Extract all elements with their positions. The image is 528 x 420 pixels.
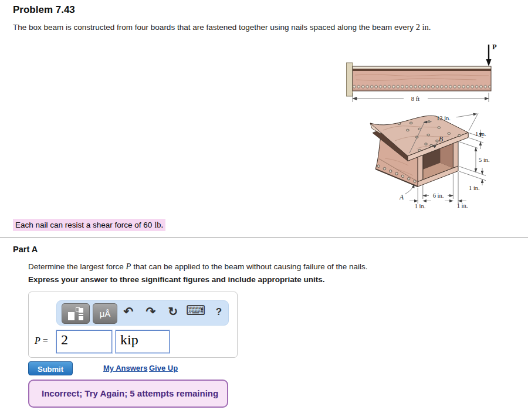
- part-a-heading: Part A: [13, 245, 38, 254]
- answer-equals: =: [40, 336, 48, 346]
- problem-statement-math: 2 in.: [416, 22, 431, 32]
- force-arrow: P: [486, 43, 497, 66]
- my-answers-link[interactable]: My Answers: [103, 364, 147, 372]
- templates-icon: [68, 307, 83, 320]
- problem-statement: The box beam is constructed from four bo…: [13, 22, 431, 32]
- problem-statement-text: The box beam is constructed from four bo…: [13, 23, 416, 32]
- force-label: P: [492, 43, 497, 51]
- answer-symbol: P: [35, 336, 40, 346]
- question-suffix: that can be applied to the beam without …: [131, 262, 367, 271]
- templates-button[interactable]: [62, 303, 90, 324]
- left-web-front-face: [418, 155, 423, 181]
- question-prefix: Determine the largest force: [28, 262, 126, 271]
- dim-left-web-thickness: 1 in.: [415, 203, 426, 209]
- beam-body: [353, 66, 491, 91]
- nail-shear-note-math: lb.: [154, 220, 163, 229]
- length-dimension: [353, 93, 489, 102]
- length-label: 8 ft: [411, 96, 419, 102]
- answer-units-input[interactable]: kip: [116, 330, 170, 353]
- answer-variable-label: P =: [35, 336, 48, 346]
- answer-entry-box: μÅ ↶ ↷ ↻ ⌨ ? P = 2 kip: [28, 292, 238, 358]
- point-b-label: B: [439, 136, 443, 143]
- dim-bottom-thickness: 1 in.: [469, 185, 480, 191]
- answer-instruction: Express your answer to three significant…: [28, 275, 325, 284]
- feedback-banner: Incorrect; Try Again; 5 attempts remaini…: [28, 380, 228, 408]
- cross-section-figure: 12 in. 1 in. 5 in. 1 in. 6 in. 1 in. 1 i…: [363, 111, 528, 214]
- keyboard-icon[interactable]: ⌨: [186, 303, 205, 319]
- section-divider: [0, 237, 528, 238]
- right-web-front-face: [453, 141, 458, 168]
- help-icon[interactable]: ?: [209, 306, 228, 318]
- page-title: Problem 7.43: [13, 4, 75, 16]
- answer-value-input[interactable]: 2: [56, 330, 112, 353]
- nail-shear-note: Each nail can resist a shear force of 60…: [13, 220, 165, 230]
- undo-icon[interactable]: ↶: [119, 304, 138, 319]
- dim-inner-width: 6 in.: [433, 192, 444, 199]
- reset-icon[interactable]: ↻: [164, 304, 182, 319]
- part-a-question: Determine the largest force P that can b…: [28, 262, 367, 272]
- equation-toolbar: μÅ ↶ ↷ ↻ ⌨ ?: [56, 300, 229, 326]
- redo-icon[interactable]: ↷: [141, 304, 160, 319]
- dim-top-width: 12 in.: [436, 115, 451, 121]
- dim-flange-thickness: 1 in.: [475, 131, 486, 137]
- beam-elevation-figure: P 8 ft: [343, 41, 528, 109]
- dim-web-height: 5 in.: [479, 157, 490, 163]
- wall-support: [347, 63, 353, 96]
- submit-button[interactable]: Submit: [28, 361, 73, 375]
- units-button[interactable]: μÅ: [93, 303, 117, 324]
- point-a-label: A: [399, 194, 404, 201]
- dim-right-web-thickness: 1 in.: [457, 202, 468, 209]
- give-up-link[interactable]: Give Up: [149, 364, 178, 372]
- nail-shear-note-text: Each nail can resist a shear force of 60: [15, 221, 154, 229]
